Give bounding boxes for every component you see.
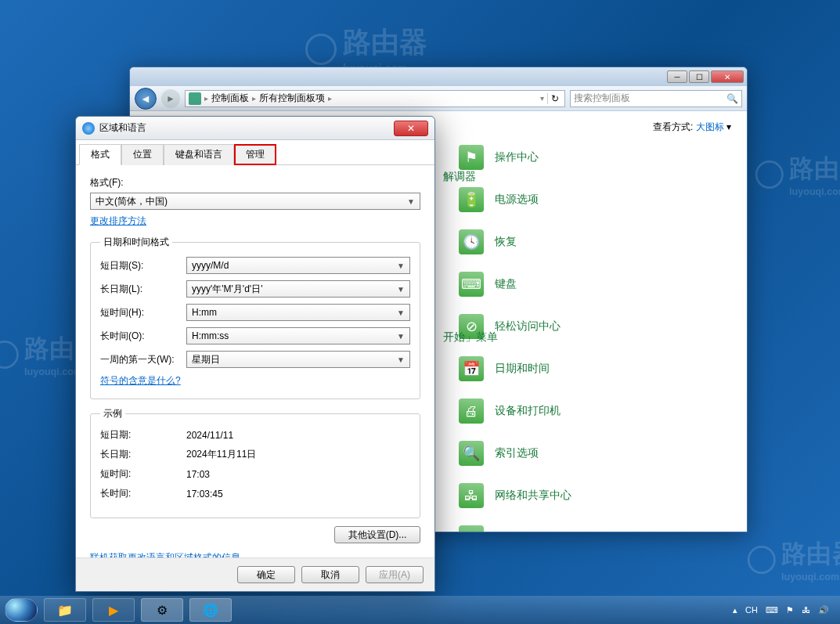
apply-button[interactable]: 应用(A) bbox=[366, 566, 424, 583]
watermark: 路由器luyouqi.com bbox=[755, 151, 840, 197]
search-input[interactable]: 搜索控制面板 🔍 bbox=[570, 90, 742, 107]
keyboard-icon[interactable]: ⌨ bbox=[766, 605, 778, 615]
control-panel-item[interactable]: ⌨键盘 bbox=[459, 272, 731, 297]
tab-keyboard-language[interactable]: 键盘和语言 bbox=[164, 144, 234, 165]
partial-item-label[interactable]: 开始」菜单 bbox=[443, 330, 498, 344]
printer-icon: 🖨 bbox=[459, 399, 484, 424]
taskbar: 📁 ▶ ⚙ 🌐 ▴ CH ⌨ ⚑ 🖧 🔊 bbox=[0, 596, 840, 624]
region-language-dialog: 区域和语言 ✕ 格式 位置 键盘和语言 管理 格式(F): 中文(简体，中国) … bbox=[75, 116, 435, 592]
breadcrumb[interactable]: ▸ 控制面板 ▸ 所有控制面板项 ▸ ▾ ↻ bbox=[185, 90, 565, 107]
maximize-button[interactable]: ☐ bbox=[689, 70, 709, 83]
system-icon: 💻 bbox=[459, 525, 484, 532]
close-button[interactable]: ✕ bbox=[394, 121, 428, 136]
example-long-date: 2024年11月11日 bbox=[186, 448, 410, 461]
partial-item-label[interactable]: 解调器 bbox=[443, 170, 476, 184]
dialog-titlebar: 区域和语言 ✕ bbox=[76, 117, 434, 140]
control-panel-icon: ⚙ bbox=[157, 603, 168, 618]
long-date-select[interactable]: yyyy'年'M'月'd'日'▼ bbox=[186, 280, 410, 298]
network-icon: 🖧 bbox=[459, 483, 484, 508]
keyboard-icon: ⌨ bbox=[459, 272, 484, 297]
index-icon: 🔍 bbox=[459, 441, 484, 466]
first-day-select[interactable]: 星期日▼ bbox=[186, 351, 410, 368]
breadcrumb-item[interactable]: 控制面板 bbox=[211, 92, 249, 105]
refresh-icon[interactable]: ↻ bbox=[547, 93, 561, 104]
recovery-icon: 🕓 bbox=[459, 229, 484, 254]
control-panel-item-label: 日期和时间 bbox=[495, 362, 550, 376]
system-tray[interactable]: ▴ CH ⌨ ⚑ 🖧 🔊 bbox=[733, 605, 835, 615]
dialog-tabs: 格式 位置 键盘和语言 管理 bbox=[76, 140, 434, 165]
nav-forward-button[interactable]: ► bbox=[161, 89, 180, 108]
control-panel-item-label: 系统 bbox=[495, 531, 517, 532]
chevron-down-icon: ▼ bbox=[397, 308, 405, 317]
chevron-right-icon: ▸ bbox=[328, 94, 332, 103]
control-panel-item[interactable]: 💻系统 bbox=[459, 525, 731, 532]
ok-button[interactable]: 确定 bbox=[237, 566, 295, 583]
ime-indicator[interactable]: CH bbox=[745, 605, 758, 615]
control-panel-item-label: 恢复 bbox=[495, 235, 517, 249]
short-date-select[interactable]: yyyy/M/d▼ bbox=[186, 257, 410, 274]
taskbar-item-region[interactable]: 🌐 bbox=[189, 598, 232, 622]
control-panel-item-label: 索引选项 bbox=[495, 446, 539, 460]
minimize-button[interactable]: ─ bbox=[667, 70, 687, 83]
dialog-button-row: 确定 取消 应用(A) bbox=[76, 557, 434, 591]
media-icon: ▶ bbox=[109, 603, 118, 618]
control-panel-item[interactable]: ⊘轻松访问中心 bbox=[459, 314, 731, 339]
chevron-down-icon: ▼ bbox=[397, 262, 405, 270]
format-select[interactable]: 中文(简体，中国) ▼ bbox=[90, 193, 420, 210]
control-panel-item-label: 设备和打印机 bbox=[495, 404, 561, 418]
start-button[interactable] bbox=[5, 598, 38, 622]
cancel-button[interactable]: 取消 bbox=[301, 566, 359, 583]
globe-icon: 🌐 bbox=[203, 603, 218, 618]
control-panel-item-label: 键盘 bbox=[495, 277, 517, 291]
nav-toolbar: ◄ ► ▸ 控制面板 ▸ 所有控制面板项 ▸ ▾ ↻ 搜索控制面板 🔍 bbox=[130, 86, 747, 111]
network-icon[interactable]: 🖧 bbox=[802, 605, 810, 615]
volume-icon[interactable]: 🔊 bbox=[818, 605, 829, 615]
chevron-down-icon: ▼ bbox=[397, 285, 405, 294]
example-short-time: 17:03 bbox=[186, 469, 410, 480]
control-panel-item[interactable]: 🔍索引选项 bbox=[459, 441, 731, 466]
control-panel-item[interactable]: 🔋电源选项 bbox=[459, 187, 731, 212]
taskbar-item-media[interactable]: ▶ bbox=[92, 598, 135, 622]
folder-icon: 📁 bbox=[57, 603, 73, 618]
control-panel-item[interactable]: 🕓恢复 bbox=[459, 229, 731, 254]
online-info-link[interactable]: 联机获取更改语言和区域格式的信息 bbox=[90, 552, 240, 557]
nav-back-button[interactable]: ◄ bbox=[135, 88, 157, 110]
tray-flag-icon[interactable]: ⚑ bbox=[786, 605, 794, 615]
tab-administrative[interactable]: 管理 bbox=[234, 144, 276, 165]
tab-location[interactable]: 位置 bbox=[121, 144, 164, 165]
example-short-date: 2024/11/11 bbox=[186, 430, 410, 441]
change-sort-link[interactable]: 更改排序方法 bbox=[90, 215, 146, 226]
symbol-meaning-link[interactable]: 符号的含意是什么? bbox=[100, 375, 181, 386]
watermark: 路由器luyouqi.com bbox=[748, 536, 840, 583]
chevron-right-icon: ▸ bbox=[252, 94, 256, 103]
dialog-content: 格式(F): 中文(简体，中国) ▼ 更改排序方法 日期和时间格式 短日期(S)… bbox=[76, 165, 434, 557]
chevron-down-icon: ▼ bbox=[397, 355, 405, 364]
control-panel-item[interactable]: 🖧网络和共享中心 bbox=[459, 483, 731, 508]
control-panel-item-label: 电源选项 bbox=[495, 193, 539, 207]
taskbar-item-explorer[interactable]: 📁 bbox=[44, 598, 86, 622]
control-panel-item[interactable]: 📅日期和时间 bbox=[459, 356, 731, 381]
control-panel-item-label: 轻松访问中心 bbox=[495, 319, 561, 334]
control-panel-item-label: 网络和共享中心 bbox=[495, 489, 571, 503]
short-time-select[interactable]: H:mm▼ bbox=[186, 304, 410, 321]
format-label: 格式(F): bbox=[90, 176, 420, 189]
example-group: 示例 短日期:2024/11/11 长日期:2024年11月11日 短时间:17… bbox=[90, 407, 420, 518]
taskbar-item-control-panel[interactable]: ⚙ bbox=[141, 598, 183, 622]
control-panel-item-label: 操作中心 bbox=[495, 150, 539, 164]
breadcrumb-item[interactable]: 所有控制面板项 bbox=[259, 92, 325, 105]
dialog-title: 区域和语言 bbox=[99, 121, 146, 135]
chevron-down-icon[interactable]: ▾ bbox=[540, 94, 544, 103]
window-titlebar: ─ ☐ ✕ bbox=[130, 67, 747, 86]
datetime-format-group: 日期和时间格式 短日期(S): yyyy/M/d▼ 长日期(L): yyyy'年… bbox=[90, 236, 420, 399]
tab-format[interactable]: 格式 bbox=[79, 144, 121, 165]
tray-chevron-icon[interactable]: ▴ bbox=[733, 605, 737, 615]
control-panel-item[interactable]: ⚑操作中心 bbox=[459, 145, 731, 170]
long-time-select[interactable]: H:mm:ss▼ bbox=[186, 327, 410, 344]
calendar-icon: 📅 bbox=[459, 356, 484, 381]
close-button[interactable]: ✕ bbox=[711, 70, 744, 83]
flag-icon: ⚑ bbox=[459, 145, 484, 170]
chevron-right-icon: ▸ bbox=[204, 94, 208, 103]
chevron-down-icon: ▼ bbox=[397, 332, 405, 341]
control-panel-item[interactable]: 🖨设备和打印机 bbox=[459, 399, 731, 424]
other-settings-button[interactable]: 其他设置(D)... bbox=[334, 526, 420, 543]
